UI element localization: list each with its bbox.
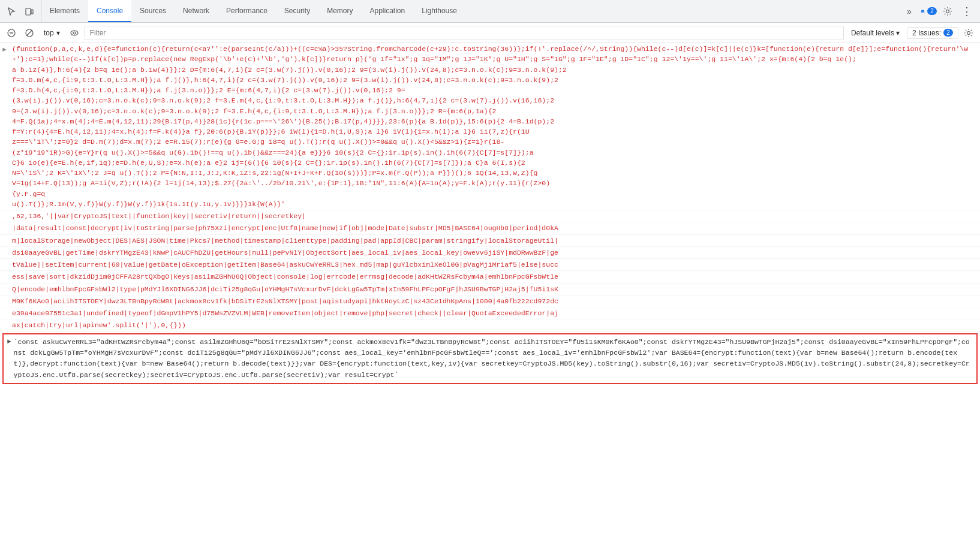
console-log-line: ► (function(p,a,c,k,e,d){e=function(c){r… (0, 43, 980, 210)
console-log-line-5: dsi0aayeGvBL|getTime|dskrYTMgzE43|kNwP|c… (0, 247, 980, 259)
svg-point-3 (946, 10, 949, 13)
highlighted-console-block: ► `const askuCwYeRRL3="adKHtWZRsFcbym4a"… (2, 333, 978, 385)
console-text-6: tValue||setItem|current|60|value|getDate… (12, 260, 978, 270)
console-text-5: dsi0aayeGvBL|getTime|dskrYTMgzE43|kNwP|c… (12, 248, 978, 258)
console-log-line-4: m|localStorage|newObject|DES|AES|JSON|ti… (0, 235, 980, 247)
console-text-8: Q|encode|emhlbnFpcGFsbWl2|type|pMdYJl6XD… (12, 284, 978, 294)
console-log-line-2: ,62,136,'||var|CryptoJS|text||function|k… (0, 210, 980, 222)
highlight-expand-icon[interactable]: ► (7, 337, 11, 347)
tab-elements[interactable]: Elements (41, 0, 88, 22)
tab-bar: Elements Console Sources Network Perform… (0, 0, 980, 23)
tab-application[interactable]: Application (362, 0, 414, 22)
console-log-line-6: tValue||setItem|current|60|value|getDate… (0, 259, 980, 271)
devtools-icons (0, 0, 41, 22)
more-tabs-btn[interactable]: » (901, 3, 918, 20)
console-toolbar: top Default levels 2 Issues: 2 (0, 23, 980, 43)
log-levels-btn[interactable]: Default levels (846, 27, 904, 39)
settings-btn[interactable] (939, 3, 956, 20)
tab-lighthouse[interactable]: Lighthouse (413, 0, 465, 22)
tab-memory[interactable]: Memory (318, 0, 361, 22)
svg-rect-1 (31, 10, 33, 14)
cursor-icon[interactable] (4, 4, 19, 19)
tab-sources[interactable]: Sources (131, 0, 175, 22)
block-btn[interactable] (22, 25, 37, 41)
console-log-line-11: ax|catch|try|url|apinew'.split('|'),0,{}… (0, 319, 980, 331)
chevron-down-icon (56, 29, 60, 37)
svg-line-6 (27, 31, 32, 35)
svg-rect-2 (921, 11, 925, 12)
console-text-3: |data|result|const|decrypt|iv|toString|p… (12, 223, 978, 233)
tab-bar-right: » 2 ⋮ (896, 0, 980, 22)
highlighted-console-text: `const askuCwYeRRL3="adKHtWZRsFcbym4a";c… (14, 337, 973, 381)
issues-btn[interactable]: 2 Issues: 2 (907, 27, 958, 39)
console-output[interactable]: ► (function(p,a,c,k,e,d){e=function(c){r… (0, 43, 980, 546)
chevron-down-icon (896, 29, 900, 37)
console-text-7: ess|save|sort|dkz1dDjim0jCFFA28rtQXbgO|k… (12, 272, 978, 282)
console-log-line-7: ess|save|sort|dkz1dDjim0jCFFA28rtQXbgO|k… (0, 271, 980, 283)
notification-badge: 2 (927, 7, 937, 15)
console-log-line-9: M0Kf6KAo0|aciihITSTOEY|dwz3LTBnBpyRcW8t|… (0, 295, 980, 307)
clear-console-btn[interactable] (4, 25, 19, 41)
context-selector[interactable]: top (40, 27, 64, 39)
eye-icon-btn[interactable] (67, 25, 82, 41)
svg-point-8 (73, 32, 76, 34)
toolbar-right: Default levels 2 Issues: 2 (846, 25, 976, 41)
console-text: (function(p,a,c,k,e,d){e=function(c){ret… (12, 44, 978, 209)
console-text-11: ax|catch|try|url|apinew'.split('|'),0,{}… (12, 320, 978, 330)
console-log-line-3: |data|result|const|decrypt|iv|toString|p… (0, 222, 980, 234)
svg-rect-0 (26, 8, 31, 15)
more-options-btn[interactable]: ⋮ (958, 3, 975, 20)
console-text-2: ,62,136,'||var|CryptoJS|text||function|k… (12, 211, 978, 221)
device-icon[interactable] (22, 4, 37, 19)
filter-input[interactable] (85, 26, 844, 40)
console-log-line-8: Q|encode|emhlbnFpcGFsbWl2|type|pMdYJl6XD… (0, 283, 980, 295)
console-log-line-10: e39a4ace97551c3a1|undefined|typeof|dGmpV… (0, 307, 980, 319)
tab-console[interactable]: Console (88, 0, 131, 22)
console-text-9: M0Kf6KAo0|aciihITSTOEY|dwz3LTBnBpyRcW8t|… (12, 296, 978, 306)
tab-security[interactable]: Security (276, 0, 318, 22)
expand-arrow-icon[interactable]: ► (2, 45, 7, 55)
svg-point-9 (967, 31, 970, 34)
console-text-4: m|localStorage|newObject|DES|AES|JSON|ti… (12, 236, 978, 246)
tab-performance[interactable]: Performance (218, 0, 276, 22)
console-settings-btn[interactable] (961, 25, 976, 41)
notifications-btn[interactable]: 2 (920, 3, 937, 20)
svg-point-7 (71, 31, 78, 35)
tab-network[interactable]: Network (175, 0, 218, 22)
issues-badge: 2 (943, 29, 953, 37)
console-text-10: e39a4ace97551c3a1|undefined|typeof|dGmpV… (12, 308, 978, 318)
